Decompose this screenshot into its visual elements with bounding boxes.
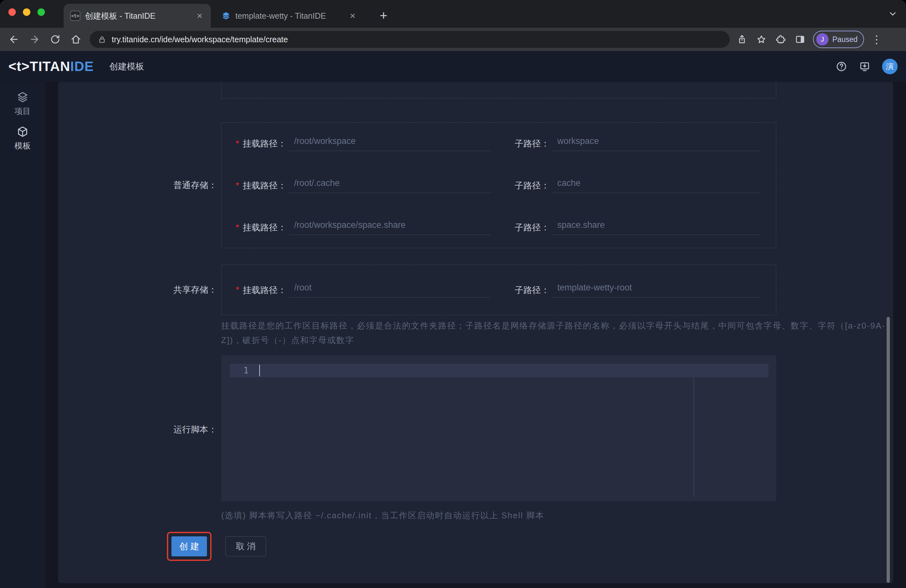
sub-path-label: 子路径： [515,138,550,150]
profile-avatar: J [816,33,828,46]
path-rules-help-text: 挂载路径是您的工作区目标路径，必须是合法的文件夹路径；子路径名是网络存储源子路径… [221,319,894,347]
normal-storage-label: 普通存储： [123,179,217,191]
tab-close-icon[interactable]: × [195,10,204,21]
shared-storage-label: 共享存储： [123,284,217,296]
normal-storage-group: * 挂载路径： /root/workspace 子路径： workspace *… [221,122,776,248]
app-sidebar: 项目 模板 [0,82,45,588]
url-text: try.titanide.cn/ide/web/workspace/templa… [112,35,288,44]
reload-icon[interactable] [50,34,61,45]
client-download-icon[interactable] [859,61,871,72]
shared-storage-group: * 挂载路径： /root 子路径： template-wetty-root [221,265,776,315]
tab-title: 创建模板 - TitanIDE [85,11,190,21]
browser-toolbar: try.titanide.cn/ide/web/workspace/templa… [0,28,906,51]
sidebar-item-label: 模板 [14,140,31,151]
tab-template-wetty[interactable]: template-wetty - TitanIDE × [215,4,364,28]
lock-icon[interactable] [97,35,107,44]
window-minimize-button[interactable] [23,8,30,16]
app-header: <t>TITANIDE 创建模板 demo 演 [0,51,906,82]
browser-window: <t> 创建模板 - TitanIDE × template-wetty - T… [0,0,906,588]
create-template-form: 普通存储： * 挂载路径： /root/workspace 子路径： works… [58,82,893,583]
extensions-puzzle-icon[interactable] [775,34,786,45]
sub-path-input[interactable]: workspace [552,136,760,151]
user-avatar[interactable]: 演 [882,59,898,74]
storage-row: * 挂载路径： /root/workspace 子路径： workspace [222,123,776,164]
help-icon[interactable] [836,61,847,72]
sidebar-item-label: 项目 [14,106,31,116]
sub-path-input[interactable]: cache [552,178,760,193]
sub-path-label: 子路径： [515,180,550,191]
run-script-label: 运行脚本： [123,424,217,435]
current-line-highlight [230,364,769,377]
layers-icon [16,91,29,103]
storage-row: * 挂载路径： /root/.cache 子路径： cache [222,164,776,207]
titanide-logo[interactable]: <t>TITANIDE [8,59,94,74]
mount-path-label: 挂载路径： [243,284,286,296]
side-panel-icon[interactable] [795,34,805,45]
titanide-favicon: <t> [70,11,80,21]
template-favicon [221,11,231,21]
mount-path-input[interactable]: /root/.cache [289,178,491,193]
mount-path-input[interactable]: /root/workspace [289,136,491,151]
home-icon[interactable] [70,34,81,45]
storage-row: * 挂载路径： /root/workspace/space.share 子路径：… [222,207,776,249]
required-mark: * [236,139,243,149]
mount-path-input[interactable]: /root/workspace/space.share [289,220,491,235]
address-bar[interactable]: try.titanide.cn/ide/web/workspace/templa… [90,31,730,48]
browser-profile-button[interactable]: J Paused [813,31,864,48]
tab-search-chevron-icon[interactable] [888,9,898,19]
text-cursor [259,365,260,376]
sub-path-input[interactable]: space.share [552,220,760,235]
forward-icon[interactable] [29,34,40,45]
sub-path-label: 子路径： [515,222,550,233]
mount-path-label: 挂载路径： [243,180,286,191]
storage-row: * 挂载路径： /root 子路径： template-wetty-root [222,283,776,298]
page-title: 创建模板 [110,61,144,72]
bookmark-star-icon[interactable] [756,34,767,45]
cube-icon [16,126,29,138]
required-mark: * [236,223,243,233]
tab-strip: <t> 创建模板 - TitanIDE × template-wetty - T… [0,0,906,28]
script-code-editor[interactable]: 1 [221,355,776,501]
script-help-text: (选填) 脚本将写入路径 ~/.cache/.init，当工作区启动时自动运行以… [221,508,867,523]
tab-create-template[interactable]: <t> 创建模板 - TitanIDE × [64,4,211,28]
cancel-button[interactable]: 取 消 [225,536,266,556]
required-mark: * [236,285,243,295]
previous-section-box [221,82,776,99]
sidebar-item-projects[interactable]: 项目 [0,82,45,116]
new-tab-button[interactable]: + [376,8,391,22]
tab-title: template-wetty - TitanIDE [235,11,343,21]
window-controls [8,8,45,16]
window-close-button[interactable] [8,8,16,16]
mount-path-input[interactable]: /root [289,283,491,298]
tab-close-icon[interactable]: × [348,10,357,21]
sub-path-label: 子路径： [515,284,550,296]
page-scrollbar[interactable] [887,317,890,583]
mount-path-label: 挂载路径： [243,222,286,233]
line-number: 1 [239,365,249,375]
browser-menu-icon[interactable]: ⋮ [871,33,882,46]
profile-sync-status: Paused [833,35,858,44]
back-icon[interactable] [8,34,19,45]
sub-path-input[interactable]: template-wetty-root [552,283,760,298]
mount-path-label: 挂载路径： [243,138,286,150]
sidebar-item-templates[interactable]: 模板 [0,116,45,151]
required-mark: * [236,181,243,191]
create-button[interactable]: 创 建 [171,536,207,556]
editor-guide-line [694,377,694,497]
window-zoom-button[interactable] [37,8,45,16]
share-icon[interactable] [737,34,747,45]
